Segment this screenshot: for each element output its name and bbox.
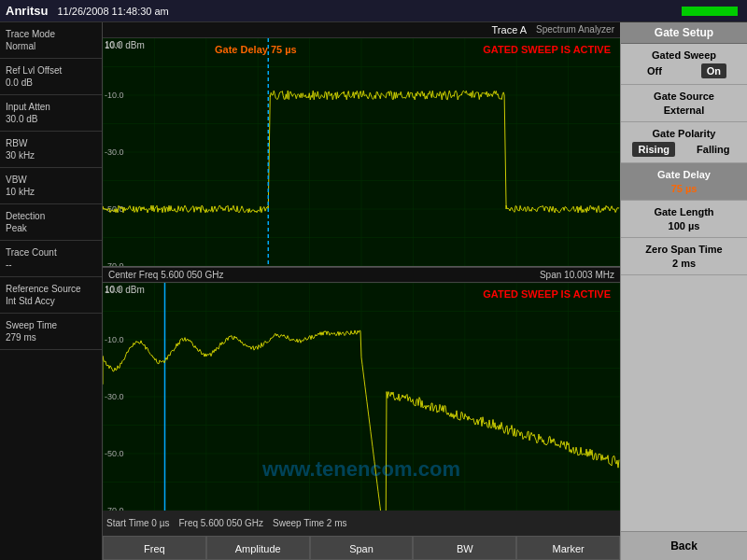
main-layout: Trace Mode Normal Ref Lvl Offset 0.0 dB … <box>0 22 747 560</box>
gate-delay-value: 75 µs <box>625 183 743 194</box>
zero-span-label: Zero Span Time <box>625 244 743 255</box>
center-area: Trace A Spectrum Analyzer 10.0 dBm Gate … <box>103 22 620 560</box>
chart-bottom-canvas <box>103 283 620 511</box>
footer-nav: Freq Amplitude Span BW Marker <box>103 536 620 560</box>
chart-top-dbm: 10.0 dBm <box>105 40 145 50</box>
span-label: Span 10.003 MHz <box>540 270 614 280</box>
chart-top-canvas <box>103 38 620 266</box>
gate-delay-label: Gate Delay <box>625 169 743 180</box>
center-freq-label: Center Freq 5.600 050 GHz <box>108 270 223 280</box>
footer-freq[interactable]: Freq <box>103 536 206 560</box>
sidebar-vbw[interactable]: VBW 10 kHz <box>0 168 102 204</box>
zero-span-value: 2 ms <box>625 258 743 269</box>
sweep-time-label: Sweep Time 2 ms <box>273 518 346 528</box>
sidebar-trace-mode[interactable]: Trace Mode Normal <box>0 22 102 59</box>
sidebar-ref-lvl[interactable]: Ref Lvl Offset 0.0 dB <box>0 59 102 95</box>
charts-area: 10.0 dBm Gate Delay 75 µs GATED SWEEP IS… <box>103 38 620 510</box>
gate-delay-section[interactable]: Gate Delay 75 µs <box>621 163 747 201</box>
footer-marker[interactable]: Marker <box>516 536 620 560</box>
chart-bottom-dbm: 10.0 dBm <box>105 285 145 295</box>
right-spacer <box>621 275 747 531</box>
gated-sweep-off[interactable]: Off <box>641 63 668 78</box>
gate-length-value: 100 µs <box>625 220 743 231</box>
gate-source-section[interactable]: Gate Source External <box>621 85 747 122</box>
gate-polarity-falling[interactable]: Falling <box>691 142 735 157</box>
footer-span[interactable]: Span <box>310 536 414 560</box>
gate-polarity-rising[interactable]: Rising <box>632 142 675 157</box>
trace-label: Trace A <box>492 24 528 35</box>
trace-header: Trace A Spectrum Analyzer <box>103 22 620 38</box>
analyzer-label: Spectrum Analyzer <box>536 24 614 35</box>
freq-label: Freq 5.600 050 GHz <box>178 518 263 528</box>
footer-amplitude[interactable]: Amplitude <box>206 536 310 560</box>
chart-info-bar: Center Freq 5.600 050 GHz Span 10.003 MH… <box>103 267 620 283</box>
top-bar: Anritsu 11/26/2008 11:48:30 am <box>0 0 747 22</box>
chart-top-gated-text: GATED SWEEP IS ACTIVE <box>483 44 611 55</box>
sidebar-rbw[interactable]: RBW 30 kHz <box>0 132 102 168</box>
gated-sweep-section[interactable]: Gated Sweep Off On <box>621 44 747 85</box>
gated-sweep-on[interactable]: On <box>701 63 726 78</box>
right-sidebar: Gate Setup Gated Sweep Off On Gate Sourc… <box>620 22 747 560</box>
datetime-label: 11/26/2008 11:48:30 am <box>58 6 683 17</box>
gated-sweep-toggle: Off On <box>625 63 743 78</box>
sidebar-ref-source[interactable]: Reference Source Int Std Accy <box>0 277 102 314</box>
gate-polarity-label: Gate Polarity <box>625 128 743 139</box>
sidebar-trace-count[interactable]: Trace Count -- <box>0 241 102 277</box>
brand-label: Anritsu <box>6 4 49 18</box>
gate-source-label: Gate Source <box>625 91 743 102</box>
chart-bottom-gated-text: GATED SWEEP IS ACTIVE <box>483 288 611 300</box>
chart-top: 10.0 dBm Gate Delay 75 µs GATED SWEEP IS… <box>103 38 620 267</box>
gate-length-label: Gate Length <box>625 206 743 217</box>
left-sidebar: Trace Mode Normal Ref Lvl Offset 0.0 dB … <box>0 22 103 560</box>
sidebar-detection[interactable]: Detection Peak <box>0 204 102 241</box>
signal-bar <box>682 7 738 16</box>
gate-length-section[interactable]: Gate Length 100 µs <box>621 201 747 238</box>
footer-bw[interactable]: BW <box>413 536 516 560</box>
right-panel-title: Gate Setup <box>621 22 747 44</box>
sidebar-sweep-time[interactable]: Sweep Time 279 ms <box>0 314 102 350</box>
bottom-info-bar: Start Time 0 µs Freq 5.600 050 GHz Sweep… <box>103 510 620 536</box>
chart-bottom: 10.0 dBm GATED SWEEP IS ACTIVE www.tenen… <box>103 283 620 511</box>
gate-polarity-section[interactable]: Gate Polarity Rising Falling <box>621 122 747 163</box>
gated-sweep-label: Gated Sweep <box>625 49 743 61</box>
gate-source-value: External <box>625 105 743 116</box>
back-button[interactable]: Back <box>621 531 747 560</box>
zero-span-section[interactable]: Zero Span Time 2 ms <box>621 238 747 275</box>
start-time-label: Start Time 0 µs <box>106 518 169 528</box>
sidebar-input-atten[interactable]: Input Atten 30.0 dB <box>0 95 102 132</box>
gate-delay-annotation: Gate Delay 75 µs <box>215 44 297 55</box>
gate-polarity-toggle: Rising Falling <box>625 142 743 157</box>
